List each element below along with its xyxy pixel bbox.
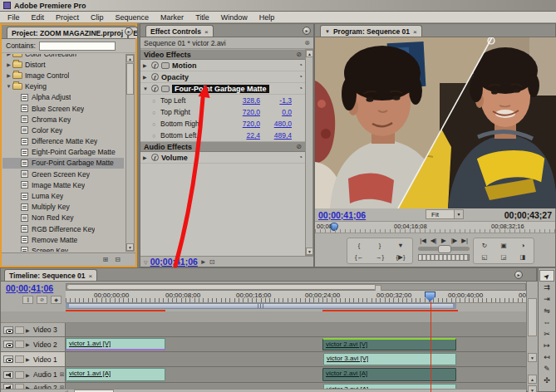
scroll-down-icon[interactable]: ▼ [126,243,134,251]
track-header-video-2[interactable]: ▶Video 2 [1,337,66,351]
clip-victor-2-avi-a-[interactable]: victor 2.avi [A] [322,368,456,381]
timeline-ruler[interactable]: 00;00;00;0000;00;08;0000;00;16;0000;00;2… [66,291,526,303]
go-to-in-point-button[interactable]: {← [349,252,369,262]
go-to-out-point-button[interactable]: →} [370,252,390,262]
chevron-right-icon[interactable]: ▶ [143,154,149,160]
chevron-right-icon[interactable]: ▶ [5,61,12,67]
close-icon[interactable]: × [413,28,417,36]
scroll-up-icon[interactable]: ▲ [126,55,134,62]
tree-item-difference-matte-key[interactable]: Difference Matte Key [2,136,124,147]
effect-enable-icon[interactable]: f [151,85,159,92]
speaker-icon[interactable] [3,371,13,379]
tree-item-chroma-key[interactable]: Chroma Key [2,114,124,125]
effect-enable-icon[interactable]: f [151,73,159,81]
tree-item-blue-screen-key[interactable]: Blue Screen Key [2,103,124,114]
lock-toggle[interactable] [15,371,24,379]
tree-item-distort[interactable]: ▶Distort [2,59,124,70]
effect-controls-timecode[interactable]: 00;00;41;06 [150,257,198,267]
lock-toggle[interactable] [15,355,24,363]
effect-row-motion[interactable]: ▶fMotion◔ [140,60,305,71]
loop-button[interactable]: ↻ [475,240,494,251]
scrollbar-thumb[interactable] [126,63,134,95]
clip-victor-1-avi-v-[interactable]: victor 1.avi [V] [66,338,165,350]
eye-icon[interactable] [3,355,13,363]
clip-victor-1-avi-a-[interactable]: victor 1.avi [A] [66,368,165,381]
close-icon[interactable]: × [204,28,209,36]
set-out-point-button[interactable]: } [370,240,390,251]
program-timecode[interactable]: 00;00;41;06 [318,210,366,220]
program-mini-ruler[interactable]: 00;0000;04;16;0800;08;32;16 [315,221,555,233]
extract-button[interactable]: ◲ [494,252,513,262]
panel-menu-icon[interactable]: ▸ [125,27,133,36]
hand-tool[interactable]: ✣ [539,375,554,386]
param-value-y[interactable]: 480,0 [260,120,292,128]
scroll-down-icon[interactable]: ▼ [306,247,313,255]
delete-icon[interactable]: ⊟ [115,256,121,263]
chevron-right-icon[interactable]: ▶ [5,72,12,78]
menu-clip[interactable]: Clip [85,13,110,22]
track-header-audio-1[interactable]: ▶Audio 1⊠ [1,367,66,382]
tree-item-alpha-adjust[interactable]: Alpha Adjust [2,92,124,103]
chevron-down-icon[interactable]: ▼ [143,86,149,91]
rolling-edit-tool[interactable]: ⇋ [539,305,554,316]
keyframe-toggle-icon[interactable]: ○ [152,121,160,127]
matte-control-point[interactable] [488,37,494,44]
keyframe-display-icon[interactable]: ⊠ [60,371,65,378]
scroll-down-icon[interactable]: ▼ [528,353,537,362]
go-to-previous-edit-point-button[interactable]: |◀ [418,236,428,245]
program-monitor-video[interactable] [315,37,556,208]
effect-row-opacity[interactable]: ▶fOpacity◔ [140,71,305,83]
menu-title[interactable]: Title [189,13,215,22]
new-bin-icon[interactable]: ⊞ [103,256,109,263]
tree-item-four-point-garbage-matte[interactable]: Four-Point Garbage Matte [2,158,124,169]
chevron-right-icon[interactable]: ▶ [26,341,32,347]
tree-item-non-red-key[interactable]: Non Red Key [2,213,124,223]
timeline-zoom-scrollbar[interactable] [66,283,526,291]
set-encore-chapter-marker-button[interactable]: ⊘ [37,296,47,304]
safe-margins-button[interactable]: ▣ [494,240,513,251]
tree-item-rgb-difference-key[interactable]: RGB Difference Key [2,223,124,234]
keyframe-toggle-icon[interactable]: ○ [152,110,160,115]
effect-enable-icon[interactable]: f [151,154,159,161]
trim-button[interactable]: ◨ [514,252,532,262]
tree-item-screen-key[interactable]: Screen Key [2,245,124,252]
menu-marker[interactable]: Marker [155,13,189,22]
param-value-x[interactable]: 720,0 [225,108,260,116]
step-back-button[interactable]: ◀| [429,236,439,245]
param-value-y[interactable]: 0,0 [260,108,292,116]
chevron-right-icon[interactable]: ▶ [26,327,32,333]
selection-tool[interactable]: ➤ [539,270,554,282]
tab-project[interactable]: Project: ZOOM MAGAZINE.prproj [7,27,128,38]
clip-victor-3-avi-v-[interactable]: victor 3.avi [V] [323,353,456,365]
param-value-x[interactable]: 328,6 [225,96,260,105]
set-in-point-button[interactable]: { [349,240,369,251]
contains-input[interactable] [39,42,116,51]
close-icon[interactable]: × [89,272,93,280]
tree-item-multiply-key[interactable]: Multiply Key [2,202,124,213]
project-scrollbar[interactable]: ▲ ▼ [125,54,135,252]
toggle-effects-icon[interactable]: ⊘ [296,143,302,150]
eye-icon[interactable] [3,326,13,334]
tree-item-eight-point-garbage-matte[interactable]: Eight-Point Garbage Matte [2,147,124,158]
step-forward-button[interactable]: |▶ [450,236,460,245]
tree-item-green-screen-key[interactable]: Green Screen Key [2,169,124,179]
menu-help[interactable]: Help [253,13,281,22]
stopwatch-icon[interactable]: ◔ [298,154,303,161]
chevron-right-icon[interactable]: ▶ [26,372,32,378]
keyframe-options-icon[interactable]: ⊡ [209,258,215,266]
tree-item-image-control[interactable]: ▶Image Control [2,70,124,81]
tree-item-color-key[interactable]: Color Key [2,125,124,135]
eye-icon[interactable] [3,341,13,348]
pen-tool[interactable]: ✎ [539,363,554,375]
menu-file[interactable]: File [2,13,26,22]
track-lane-video-2[interactable]: victor 1.avi [V]victor 2.avi [V] [66,337,526,351]
track-lane-audio-1[interactable]: victor 1.avi [A]victor 2.avi [A] [66,367,526,382]
tree-item-keying[interactable]: ▼Keying [2,81,124,92]
stopwatch-icon[interactable]: ◔ [298,73,303,81]
panel-menu-icon[interactable]: ▸ [303,27,311,35]
jog-disk[interactable] [418,254,470,261]
stopwatch-icon[interactable]: ◔ [298,85,303,92]
chevron-down-icon[interactable]: ▼ [5,84,12,89]
scrollbar-thumb[interactable] [66,284,377,290]
menu-window[interactable]: Window [215,13,253,22]
